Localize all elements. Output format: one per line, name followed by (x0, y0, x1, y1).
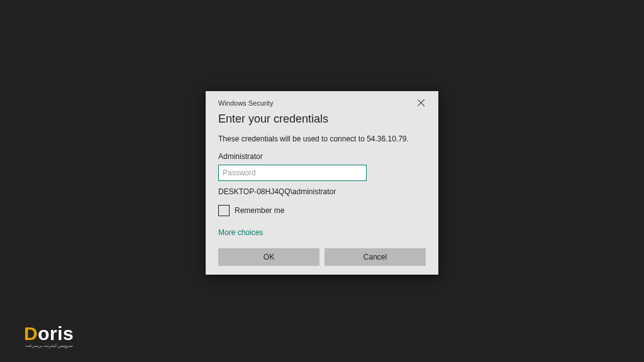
brand-logo: Doris سرویس اینترنت پرسرعت (24, 323, 74, 348)
checkbox-icon (218, 205, 230, 216)
password-input[interactable] (218, 165, 367, 181)
username-label: Administrator (218, 152, 426, 161)
desktop-background: Windows Security Enter your credentials … (0, 0, 644, 362)
remember-me-checkbox[interactable]: Remember me (218, 205, 426, 216)
cancel-button[interactable]: Cancel (325, 248, 426, 266)
dialog-button-row: OK Cancel (218, 248, 426, 266)
domain-user-text: DESKTOP-08HJ4QQ\administrator (218, 187, 426, 196)
ok-button[interactable]: OK (218, 248, 319, 266)
remember-me-label: Remember me (235, 206, 284, 215)
dialog-heading: Enter your credentials (218, 112, 426, 126)
close-icon[interactable] (417, 99, 426, 107)
credential-dialog: Windows Security Enter your credentials … (206, 91, 438, 275)
dialog-description: These credentials will be used to connec… (218, 134, 426, 143)
dialog-titlebar: Windows Security (218, 99, 426, 107)
more-choices-link[interactable]: More choices (218, 228, 263, 237)
brand-logo-rest: oris (38, 323, 74, 344)
dialog-window-title: Windows Security (218, 99, 273, 107)
brand-logo-accent: D (24, 323, 38, 344)
